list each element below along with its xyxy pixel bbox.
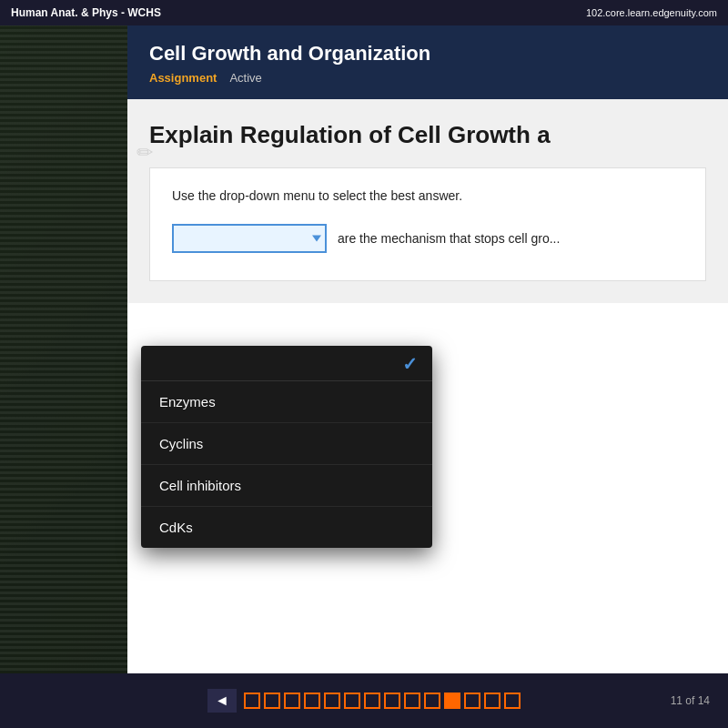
- sidebar-texture: [0, 25, 127, 673]
- page-counter: 11 of 14: [671, 694, 710, 707]
- top-bar-course: Human Anat. & Phys - WCHS: [11, 6, 161, 19]
- panel-header: Cell Growth and Organization Assignment …: [127, 25, 728, 99]
- dot-12[interactable]: [464, 693, 480, 709]
- dropdown-menu: ✓ Enzymes Cyclins Cell inhibitors CdKs: [141, 346, 432, 548]
- checkmark-icon: ✓: [402, 353, 418, 375]
- dot-2[interactable]: [264, 693, 280, 709]
- dropdown-wrapper[interactable]: Enzymes Cyclins Cell inhibitors CdKs: [172, 224, 327, 253]
- question-box: Use the drop-down menu to select the bes…: [149, 167, 706, 281]
- nav-left-button[interactable]: ◄: [207, 689, 237, 713]
- dot-7[interactable]: [364, 693, 380, 709]
- edit-icon[interactable]: ✏: [136, 141, 153, 164]
- dot-10[interactable]: [424, 693, 440, 709]
- edit-icon-area: ✏: [136, 141, 153, 165]
- dot-4[interactable]: [304, 693, 320, 709]
- dropdown-row: Enzymes Cyclins Cell inhibitors CdKs are…: [172, 224, 683, 253]
- top-bar: Human Anat. & Phys - WCHS 102.core.learn…: [0, 0, 728, 25]
- left-sidebar: [0, 25, 127, 673]
- dot-13[interactable]: [484, 693, 500, 709]
- dot-11[interactable]: [444, 693, 460, 709]
- question-text: are the mechanism that stops cell gro...: [338, 229, 560, 248]
- panel-meta: Assignment Active: [149, 71, 706, 85]
- panel-title: Cell Growth and Organization: [149, 42, 706, 66]
- answer-dropdown[interactable]: Enzymes Cyclins Cell inhibitors CdKs: [172, 224, 327, 253]
- dot-6[interactable]: [344, 693, 360, 709]
- dropdown-item-cell-inhibitors[interactable]: Cell inhibitors: [141, 465, 432, 507]
- active-label: Active: [229, 71, 261, 85]
- dot-14[interactable]: [504, 693, 521, 709]
- dot-8[interactable]: [384, 693, 400, 709]
- dot-1[interactable]: [244, 693, 260, 709]
- bottom-bar: ◄ 11 of 14: [0, 673, 728, 728]
- dot-3[interactable]: [284, 693, 300, 709]
- section-title: Explain Regulation of Cell Growth a: [149, 121, 706, 149]
- checkmark-row: ✓: [141, 346, 432, 381]
- dot-5[interactable]: [324, 693, 340, 709]
- content-area: Explain Regulation of Cell Growth a Use …: [127, 99, 728, 303]
- dropdown-item-cdks[interactable]: CdKs: [141, 507, 432, 548]
- assignment-label: Assignment: [149, 71, 217, 85]
- dot-9[interactable]: [404, 693, 420, 709]
- dropdown-item-enzymes[interactable]: Enzymes: [141, 381, 432, 423]
- question-instruction: Use the drop-down menu to select the bes…: [172, 187, 683, 206]
- dropdown-item-cyclins[interactable]: Cyclins: [141, 423, 432, 465]
- page-dots: [244, 693, 521, 709]
- top-bar-url: 102.core.learn.edgenuity.com: [586, 7, 717, 18]
